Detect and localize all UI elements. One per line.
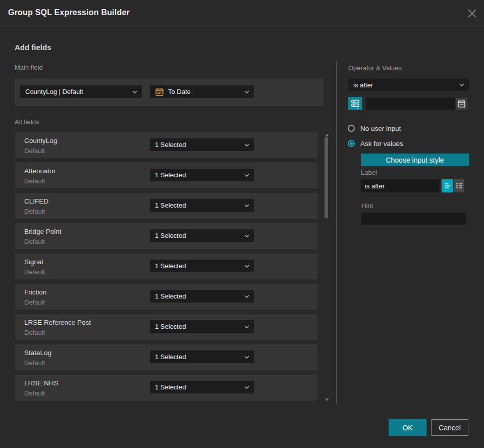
main-field-panel: CountyLog | Default To Date [15,78,324,106]
no-user-input-label: No user input [360,125,401,132]
field-row: LRSE Reference Post Default 1 Selected [15,314,317,340]
label-input[interactable] [361,179,440,192]
field-selected-dropdown[interactable]: 1 Selected [150,229,254,242]
chevron-down-icon [244,234,249,237]
ask-for-values-radio[interactable] [348,140,355,147]
choose-input-style-button[interactable]: Choose input style [361,154,469,166]
field-subtitle: Default [24,389,45,397]
input-type-button[interactable] [348,97,362,110]
value-input[interactable] [366,97,455,110]
list-icon [455,181,464,190]
dialog-title: Group SQL Expression Builder [8,8,130,17]
list-style-button[interactable] [454,179,464,192]
field-row: CLIFED Default 1 Selected [15,193,317,219]
field-name: Attenuator [24,167,56,175]
field-name: CountyLog [24,137,57,144]
field-selected-value: 1 Selected [155,292,186,300]
operator-dropdown[interactable]: is after [348,79,469,91]
field-name: Signal [24,258,43,266]
stacked-input-icon [350,98,360,109]
calendar-icon [457,99,466,108]
operator-values-heading: Operator & Values [348,64,402,72]
field-subtitle: Default [24,268,45,276]
field-subtitle: Default [24,359,45,367]
field-row: Attenuator Default 1 Selected [15,163,317,188]
main-field-dropdown[interactable]: CountyLog | Default [20,85,142,98]
field-name: CLIFED [24,197,48,205]
field-name: StateLog [24,349,51,357]
calendar-icon [155,87,164,96]
field-selected-value: 1 Selected [155,141,186,148]
field-selected-dropdown[interactable]: 1 Selected [150,381,254,393]
field-selected-dropdown[interactable]: 1 Selected [150,351,254,363]
field-subtitle: Default [24,177,45,185]
field-selected-dropdown[interactable]: 1 Selected [150,260,254,272]
label-caption: Label [361,169,377,176]
field-selected-dropdown[interactable]: 1 Selected [150,138,254,151]
chevron-down-icon [244,265,249,268]
field-name: Bridge Point [24,228,62,235]
main-field-value-dropdown-value: To Date [168,88,191,95]
field-selected-dropdown[interactable]: 1 Selected [150,199,254,212]
field-row: StateLog Default 1 Selected [15,344,317,370]
group-sql-expression-builder-dialog: Group SQL Expression Builder Add fields … [0,0,484,448]
single-line-style-button[interactable] [442,179,453,192]
field-subtitle: Default [24,329,45,336]
chevron-down-icon [132,90,137,93]
scrollbar-thumb[interactable] [325,137,328,218]
ask-for-values-label: Ask for values [360,140,403,147]
field-subtitle: Default [24,147,45,155]
field-selected-dropdown[interactable]: 1 Selected [150,169,254,181]
field-selected-value: 1 Selected [155,323,186,330]
ok-button[interactable]: OK [389,419,426,436]
field-selected-dropdown[interactable]: 1 Selected [150,320,254,333]
add-fields-heading: Add fields [15,43,51,52]
field-row: CountyLog Default 1 Selected [15,132,317,158]
dialog-header: Group SQL Expression Builder [0,0,484,26]
field-row: Bridge Point Default 1 Selected [15,223,317,249]
scrollbar-down-arrow-icon[interactable] [325,399,329,401]
field-subtitle: Default [24,208,45,215]
chevron-down-icon [244,143,249,146]
main-field-label: Main field [15,64,43,71]
cancel-button[interactable]: Cancel [431,419,468,436]
field-row: Friction Default 1 Selected [15,284,317,310]
chevron-down-icon [244,356,249,359]
main-field-dropdown-value: CountyLog | Default [25,88,83,95]
field-selected-value: 1 Selected [155,262,186,270]
field-selected-value: 1 Selected [155,383,186,391]
chevron-down-icon [459,83,464,86]
field-name: Friction [24,288,46,296]
scrollbar-up-arrow-icon[interactable] [325,134,329,136]
field-row: LRSE NHS Default 1 Selected [15,375,317,401]
chevron-down-icon [244,295,249,298]
hint-caption: Hint [361,202,373,210]
field-subtitle: Default [24,238,45,245]
field-selected-value: 1 Selected [155,232,186,239]
field-row: Signal Default 1 Selected [15,254,317,279]
field-selected-value: 1 Selected [155,171,186,179]
field-selected-value: 1 Selected [155,353,186,361]
all-fields-label: All fields [15,118,39,126]
align-left-icon [443,181,452,190]
chevron-down-icon [244,174,249,177]
field-subtitle: Default [24,298,45,306]
field-selected-value: 1 Selected [155,202,186,209]
chevron-down-icon [244,386,249,389]
main-field-value-dropdown[interactable]: To Date [150,85,254,98]
field-name: LRSE NHS [24,379,59,387]
panel-divider [336,61,337,404]
date-picker-button[interactable] [456,98,467,110]
chevron-down-icon [244,90,249,93]
hint-input[interactable] [361,213,466,225]
chevron-down-icon [244,325,249,328]
field-selected-dropdown[interactable]: 1 Selected [150,290,254,303]
no-user-input-radio[interactable] [348,125,355,132]
field-name: LRSE Reference Post [24,319,91,326]
operator-dropdown-value: is after [353,81,373,89]
chevron-down-icon [244,204,249,207]
close-icon[interactable] [466,8,478,19]
